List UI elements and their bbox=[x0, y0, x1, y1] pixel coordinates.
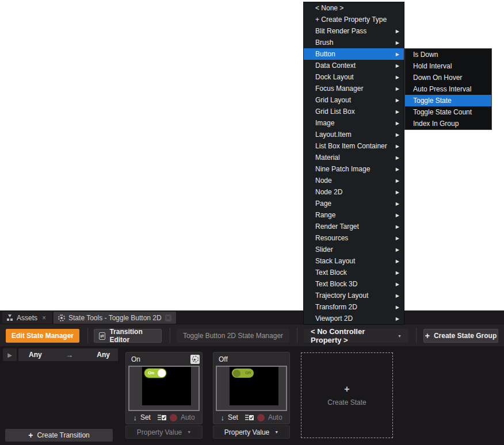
toggle-button-on: On bbox=[144, 369, 166, 378]
state-card-off[interactable]: Off Off ↓ Set bbox=[213, 352, 290, 424]
submenu-arrow-icon: ▶ bbox=[396, 86, 399, 91]
transition-row-any-any[interactable]: Any → Any bbox=[18, 348, 118, 361]
menu-item-list-box-item-container[interactable]: List Box Item Container▶ bbox=[304, 140, 404, 152]
auto-toggle-icon[interactable] bbox=[257, 414, 265, 421]
close-icon[interactable]: × bbox=[41, 314, 47, 321]
menu-item-grid-layout[interactable]: Grid Layout▶ bbox=[304, 94, 404, 106]
menu-item-render-target[interactable]: Render Target▶ bbox=[304, 221, 404, 232]
menu-item-nine-patch-image[interactable]: Nine Patch Image▶ bbox=[304, 163, 404, 175]
close-icon[interactable]: × bbox=[165, 314, 171, 321]
submenu-arrow-icon: ▶ bbox=[396, 282, 399, 287]
menu-item-range[interactable]: Range▶ bbox=[304, 209, 404, 221]
assets-icon bbox=[7, 314, 13, 321]
menu-item-resources[interactable]: Resources▶ bbox=[304, 232, 404, 244]
submenu-item-toggle-state[interactable]: Toggle State bbox=[405, 95, 491, 106]
menu-item-stack-layout[interactable]: Stack Layout▶ bbox=[304, 255, 404, 267]
transition-editor-button[interactable]: ⇄ Transition Editor bbox=[94, 329, 162, 343]
submenu-arrow-icon: ▶ bbox=[396, 224, 399, 229]
submenu-arrow-icon: ▶ bbox=[396, 259, 399, 264]
controller-property-dropdown[interactable]: < No Controller Property > ▼ bbox=[304, 329, 408, 343]
tab-state-tools[interactable]: State Tools - Toggle Button 2D × bbox=[54, 312, 176, 324]
submenu-arrow-icon: ▶ bbox=[396, 247, 399, 252]
state-name-label: On bbox=[131, 355, 140, 363]
submenu-arrow-icon: ▶ bbox=[396, 52, 399, 57]
chevron-down-icon: ▼ bbox=[187, 430, 191, 434]
set-button[interactable]: Set bbox=[140, 413, 151, 421]
menu-item-layout-item[interactable]: Layout.Item▶ bbox=[304, 129, 404, 140]
toolbar-separator bbox=[297, 328, 297, 343]
submenu-arrow-icon: ▶ bbox=[396, 29, 399, 34]
submenu-item-hold-interval[interactable]: Hold Interval bbox=[405, 60, 491, 72]
menu-item-focus-manager[interactable]: Focus Manager▶ bbox=[304, 83, 404, 94]
menu-item-text-block-3d[interactable]: Text Block 3D▶ bbox=[304, 278, 404, 290]
property-value-dropdown-on[interactable]: Property Value ▼ bbox=[125, 425, 203, 439]
submenu-item-down-on-hover[interactable]: Down On Hover bbox=[405, 72, 491, 83]
tab-assets-label: Assets bbox=[17, 314, 37, 322]
state-card-on[interactable]: On ▶ On ↓ Set bbox=[125, 352, 203, 424]
submenu-arrow-icon: ▶ bbox=[396, 293, 399, 298]
plus-icon: + bbox=[344, 384, 349, 394]
submenu-arrow-icon: ▶ bbox=[396, 236, 399, 241]
chevron-down-icon: ▼ bbox=[398, 334, 402, 338]
menu-item-blit-render-pass[interactable]: Blit Render Pass▶ bbox=[304, 25, 404, 37]
toggle-label: Off bbox=[245, 371, 251, 375]
menu-item-create-property-type[interactable]: + Create Property Type bbox=[304, 14, 404, 25]
submenu-arrow-icon: ▶ bbox=[396, 121, 399, 126]
tab-state-tools-label: State Tools - Toggle Button 2D bbox=[68, 314, 162, 322]
submenu-arrow-icon: ▶ bbox=[396, 155, 399, 160]
state-preview-off: Off bbox=[216, 366, 287, 411]
state-manager-icon bbox=[58, 314, 65, 321]
auto-toggle-icon[interactable] bbox=[170, 414, 177, 421]
submenu-arrow-icon: ▶ bbox=[396, 305, 399, 310]
screen: < None > + Create Property Type Blit Ren… bbox=[0, 0, 504, 445]
toggle-knob bbox=[158, 369, 166, 377]
menu-item-trajectory-layout[interactable]: Trajectory Layout▶ bbox=[304, 290, 404, 301]
create-state-group-button[interactable]: + Create State Group bbox=[423, 329, 498, 343]
submenu-item-index-in-group[interactable]: Index In Group bbox=[405, 118, 491, 129]
menu-item-transform-2d[interactable]: Transform 2D▶ bbox=[304, 301, 404, 313]
submenu-arrow-icon: ▶ bbox=[396, 144, 399, 149]
menu-item-node-2d[interactable]: Node 2D▶ bbox=[304, 186, 404, 198]
state-actions-row: ↓ Set Auto bbox=[126, 411, 202, 424]
menu-item-page[interactable]: Page▶ bbox=[304, 198, 404, 209]
menu-item-grid-list-box[interactable]: Grid List Box▶ bbox=[304, 106, 404, 117]
menu-item-viewport-2d[interactable]: Viewport 2D▶ bbox=[304, 313, 404, 324]
state-name-label: Off bbox=[219, 355, 228, 363]
menu-item-dock-layout[interactable]: Dock Layout▶ bbox=[304, 71, 404, 83]
menu-item-data-context[interactable]: Data Context▶ bbox=[304, 60, 404, 71]
state-editor-area: ▶ Any → Any + Create Transition On ▶ bbox=[0, 346, 504, 445]
toolbar-separator bbox=[87, 328, 88, 343]
state-card-header: Off bbox=[213, 352, 289, 366]
menu-item-text-block[interactable]: Text Block▶ bbox=[304, 267, 404, 278]
menu-item-none[interactable]: < None > bbox=[304, 2, 404, 14]
create-state-button[interactable]: + Create State bbox=[301, 352, 393, 438]
set-button[interactable]: Set bbox=[228, 413, 238, 421]
property-value-dropdown-off[interactable]: Property Value ▼ bbox=[213, 425, 290, 439]
menu-item-material[interactable]: Material▶ bbox=[304, 152, 404, 163]
apply-properties-icon[interactable] bbox=[245, 414, 254, 421]
menu-item-slider[interactable]: Slider▶ bbox=[304, 244, 404, 255]
transition-arrow-icon: → bbox=[66, 351, 73, 359]
edit-state-manager-button[interactable]: Edit State Manager bbox=[6, 329, 79, 343]
menu-item-button[interactable]: Button▶ bbox=[304, 48, 404, 60]
state-tools-toolbar: Edit State Manager ⇄ Transition Editor T… bbox=[0, 324, 504, 346]
toggle-button-off: Off bbox=[232, 369, 254, 378]
submenu-item-auto-press-interval[interactable]: Auto Press Interval bbox=[405, 83, 491, 95]
preview-state-button[interactable]: ▶ bbox=[190, 355, 200, 364]
apply-properties-icon[interactable] bbox=[158, 414, 166, 421]
menu-item-image[interactable]: Image▶ bbox=[304, 117, 404, 129]
create-transition-button[interactable]: + Create Transition bbox=[5, 429, 113, 442]
circle-play-icon: ▶ bbox=[192, 356, 198, 362]
tab-assets[interactable]: Assets × bbox=[2, 312, 52, 324]
state-manager-name-field[interactable]: Toggle Button 2D State Manager bbox=[177, 329, 289, 343]
submenu-item-is-down[interactable]: Is Down bbox=[405, 49, 491, 60]
menu-item-node[interactable]: Node▶ bbox=[304, 175, 404, 186]
submenu-arrow-icon: ▶ bbox=[396, 213, 399, 218]
submenu-arrow-icon: ▶ bbox=[396, 178, 399, 183]
submenu-arrow-icon: ▶ bbox=[396, 109, 399, 114]
menu-item-brush[interactable]: Brush▶ bbox=[304, 37, 404, 48]
submenu-item-toggle-state-count[interactable]: Toggle State Count bbox=[405, 106, 491, 118]
play-transition-button[interactable]: ▶ bbox=[3, 348, 17, 361]
submenu-arrow-icon: ▶ bbox=[396, 201, 399, 206]
auto-label: Auto bbox=[268, 413, 282, 421]
